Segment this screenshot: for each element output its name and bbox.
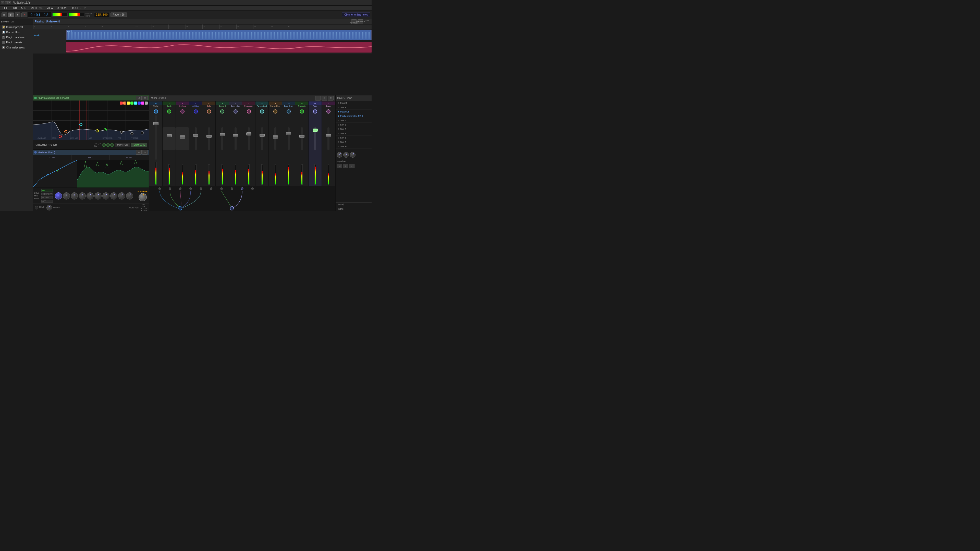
knob-9[interactable] (126, 192, 133, 200)
ch6-thumb[interactable] (233, 134, 238, 137)
menu-edit[interactable]: EDIT (10, 6, 19, 10)
eq-band-1[interactable]: 1 (59, 135, 62, 138)
eq-toggle-1[interactable] (102, 143, 106, 147)
menu-view[interactable]: VIEW (45, 6, 55, 10)
play-btn[interactable]: ▶ (8, 13, 14, 17)
ch17-pan[interactable] (313, 110, 317, 114)
ch12-pan[interactable] (326, 110, 331, 114)
eq-mini-btn-1[interactable]: ◁ (337, 164, 342, 168)
ch6-fader[interactable] (234, 127, 237, 150)
fx-slot-eq[interactable]: Fruity parametric EQ 2 (336, 114, 372, 118)
ch2-fader[interactable] (176, 127, 189, 150)
window-controls[interactable]: ─ □ ✕ (1, 1, 11, 4)
news-ticker[interactable]: Click for online news (342, 13, 370, 17)
fx-slot-maximus[interactable]: Maximus (336, 110, 372, 114)
ch7-thumb[interactable] (246, 132, 251, 135)
menu-add[interactable]: ADD (19, 6, 28, 10)
menu-file[interactable]: FILE (1, 6, 10, 10)
eq-band-7[interactable] (130, 132, 134, 135)
ch2-pan[interactable] (180, 110, 185, 114)
off-toggle[interactable]: OFF (41, 200, 53, 203)
monitor-btn[interactable]: MONITOR (115, 143, 130, 147)
knob-1[interactable] (63, 192, 70, 200)
ch10-pan[interactable] (286, 110, 291, 114)
fx-pan-knob[interactable] (343, 152, 349, 158)
ch9-fader[interactable] (274, 127, 277, 150)
mixer-close[interactable]: ✕ (328, 96, 334, 100)
ch4-pan[interactable] (207, 110, 211, 114)
ch11-thumb[interactable] (299, 135, 304, 138)
knob-3[interactable] (79, 192, 86, 200)
on-toggle[interactable]: ON (41, 189, 53, 192)
ch10-fader[interactable] (288, 127, 290, 150)
knob-6[interactable] (102, 192, 110, 200)
fx-slot-4[interactable]: Slot 4 (336, 118, 372, 123)
knob-8[interactable] (118, 192, 125, 200)
fx-send-knob[interactable] (350, 152, 355, 158)
ch9-thumb[interactable] (273, 135, 278, 138)
knob-2[interactable] (71, 192, 78, 200)
compare-btn[interactable]: COMPARE (131, 143, 147, 147)
muted-toggle[interactable]: MUTED (41, 196, 53, 199)
pattern-block-auto[interactable] (66, 42, 372, 52)
pattern-block-arp2[interactable]: Arp 2 (66, 30, 372, 40)
band-low-tab[interactable]: LOW (33, 155, 72, 160)
ch1-pan[interactable] (167, 110, 171, 114)
fx-vol-knob[interactable] (337, 152, 342, 158)
eq-display[interactable]: LOW BASS BASS LOW MID MID UPPER MID PRE … (33, 100, 149, 140)
ch12-thumb[interactable] (326, 134, 331, 137)
eq-band-4[interactable]: 4 (103, 128, 107, 131)
ch4-thumb[interactable] (207, 135, 212, 138)
eq-toggle-2[interactable] (106, 143, 110, 147)
comp-off-toggle[interactable]: COMP OFF (41, 192, 53, 195)
maximus-display[interactable]: LOW MID HIGH (33, 155, 149, 188)
maximus-minimize[interactable]: ◁ (136, 150, 142, 155)
ch4-fader[interactable] (208, 127, 210, 150)
ch7-pan[interactable] (247, 110, 251, 114)
ch3-pan[interactable] (194, 110, 198, 114)
fx-slot-7[interactable]: Slot 7 (336, 131, 372, 136)
sidebar-item-current-project[interactable]: 📁 Current project (0, 24, 33, 30)
fx-slot-9[interactable]: Slot 9 (336, 140, 372, 144)
ch11-fader[interactable] (301, 127, 303, 150)
bpm-display[interactable]: 115.000 (94, 12, 110, 17)
ch7-fader[interactable] (248, 127, 250, 150)
knob-7[interactable] (110, 192, 118, 200)
minimize-btn[interactable]: ─ (1, 1, 4, 4)
knob-5[interactable] (94, 192, 102, 200)
track-content-arp2[interactable]: Arp 2 (66, 29, 372, 41)
ch17-thumb[interactable] (313, 129, 318, 132)
ch2-thumb[interactable] (180, 135, 185, 138)
track-content-automation[interactable] (66, 41, 372, 53)
sidebar-item-channel-presets[interactable]: 📋 Channel presets (0, 45, 33, 50)
mixer-minimize[interactable]: ─ (315, 96, 321, 100)
sidebar-item-recent-files[interactable]: 📄 Recent files (0, 30, 33, 35)
ch3-thumb[interactable] (193, 134, 198, 137)
ch11-pan[interactable] (300, 110, 304, 114)
eq-band-6[interactable] (120, 130, 123, 134)
fx-slot-5[interactable]: Slot 5 (336, 123, 372, 127)
eq-mini-btn-2[interactable]: ▷ (343, 164, 348, 168)
eq-toggle-3[interactable] (110, 143, 114, 147)
eq-mini-btn-3[interactable]: + (349, 164, 355, 168)
record-btn[interactable]: ● (21, 13, 27, 17)
knob-master-main[interactable] (138, 193, 147, 201)
ch5-pan[interactable] (220, 110, 224, 114)
playlist-stretch-btn[interactable]: STRETCH (358, 19, 363, 24)
fx-slot-none[interactable]: (none) (336, 101, 372, 105)
ch6-pan[interactable] (234, 110, 238, 114)
maximus-close[interactable]: ✕ (142, 150, 148, 155)
menu-options[interactable]: OPTIONS (55, 6, 70, 10)
knob-4[interactable] (86, 192, 94, 200)
ch5-fader[interactable] (221, 127, 223, 150)
eq-band-3[interactable]: 3 (96, 129, 99, 132)
ch9-pan[interactable] (273, 110, 277, 114)
master-fader-thumb[interactable] (153, 122, 159, 125)
ch3-fader[interactable] (195, 127, 197, 150)
pattern-selector[interactable]: Pattern 28 (110, 13, 127, 17)
close-btn[interactable]: ✕ (8, 1, 11, 4)
menu-patterns[interactable]: PATTERNS (28, 6, 45, 10)
sidebar-item-plugin-database[interactable]: 🔌 Plugin database (0, 35, 33, 40)
rewind-btn[interactable]: ⏮ (2, 13, 7, 17)
ch8-fader[interactable] (261, 127, 263, 150)
